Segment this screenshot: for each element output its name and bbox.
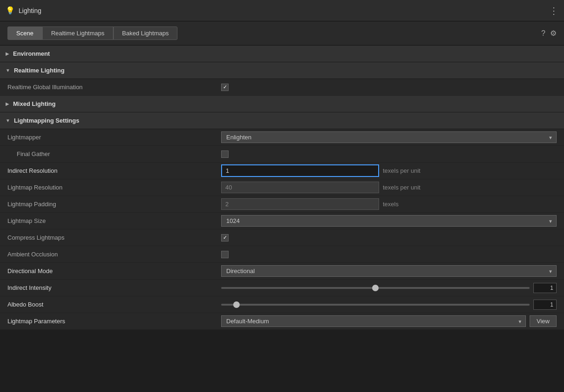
lightmap-size-dropdown[interactable]: 1024 (221, 215, 557, 227)
indirect-resolution-row: Indirect Resolution texels per unit (0, 163, 564, 179)
final-gather-row: Final Gather (0, 146, 564, 163)
indirect-resolution-unit: texels per unit (383, 167, 420, 174)
lightmap-padding-input[interactable] (221, 198, 379, 210)
window-menu-button[interactable]: ⋮ (549, 5, 558, 16)
realtime-global-illumination-row: Realtime Global Illumination (0, 79, 564, 96)
directional-mode-row: Directional Mode Directional (0, 263, 564, 280)
tab-bar: Scene Realtime Lightmaps Baked Lightmaps… (0, 21, 564, 46)
albedo-boost-label: Albedo Boost (7, 301, 221, 308)
lightmap-size-row: Lightmap Size 1024 (0, 213, 564, 229)
view-button[interactable]: View (530, 315, 557, 327)
compress-lightmaps-row: Compress Lightmaps (0, 229, 564, 246)
lightmapper-dropdown-wrapper: Enlighten (221, 131, 557, 143)
albedo-boost-value (221, 300, 557, 310)
albedo-boost-input[interactable] (533, 300, 557, 310)
lightmap-parameters-dropdown[interactable]: Default-Medium (221, 315, 526, 327)
lightmap-resolution-value: texels per unit (221, 182, 557, 193)
ambient-occlusion-row: Ambient Occlusion (0, 246, 564, 263)
lightmapper-label: Lightmapper (7, 134, 221, 141)
lightmap-parameters-row: Lightmap Parameters Default-Medium View (0, 313, 564, 330)
directional-mode-dropdown[interactable]: Directional (221, 265, 557, 277)
lightmap-resolution-input[interactable] (221, 182, 379, 193)
directional-mode-label: Directional Mode (7, 268, 221, 274)
lightmap-padding-label: Lightmap Padding (7, 201, 221, 208)
tabs: Scene Realtime Lightmaps Baked Lightmaps (7, 26, 177, 40)
realtime-global-illumination-value (221, 84, 557, 91)
mixed-lighting-label: Mixed Lighting (13, 100, 56, 107)
mixed-lighting-arrow: ▶ (6, 101, 9, 106)
indirect-intensity-label: Indirect Intensity (7, 284, 221, 291)
lightmap-resolution-label: Lightmap Resolution (7, 184, 221, 191)
realtime-lighting-section-header[interactable]: ▼ Realtime Lighting (0, 62, 564, 79)
title-bar-left: 💡 Lighting (6, 6, 41, 15)
compress-lightmaps-label: Compress Lightmaps (7, 234, 221, 241)
tab-bar-actions: ? ⚙ (541, 29, 557, 38)
compress-lightmaps-checkbox[interactable] (221, 234, 229, 242)
environment-section-header[interactable]: ▶ Environment (0, 46, 564, 62)
environment-label: Environment (13, 50, 50, 57)
tab-baked-lightmaps[interactable]: Baked Lightmaps (113, 26, 177, 40)
realtime-global-illumination-label: Realtime Global Illumination (7, 84, 221, 91)
final-gather-label: Final Gather (7, 150, 221, 157)
lightmap-size-value: 1024 (221, 215, 557, 227)
lightmap-resolution-row: Lightmap Resolution texels per unit (0, 179, 564, 196)
final-gather-value (221, 150, 557, 158)
indirect-resolution-label: Indirect Resolution (7, 167, 221, 174)
directional-mode-value: Directional (221, 265, 557, 277)
indirect-intensity-track[interactable] (221, 287, 530, 289)
realtime-global-illumination-checkbox[interactable] (221, 84, 229, 91)
indirect-intensity-input[interactable] (533, 283, 557, 293)
final-gather-checkbox[interactable] (221, 150, 229, 158)
lightmapping-settings-label: Lightmapping Settings (14, 117, 79, 124)
ambient-occlusion-value (221, 251, 557, 258)
indirect-intensity-value (221, 283, 557, 293)
help-button[interactable]: ? (541, 29, 545, 38)
environment-arrow: ▶ (6, 51, 9, 56)
indirect-intensity-slider-wrapper (221, 283, 557, 293)
albedo-boost-track[interactable] (221, 304, 530, 306)
lightmap-padding-unit: texels (383, 201, 399, 208)
directional-mode-dropdown-wrapper: Directional (221, 265, 557, 277)
lightmap-padding-value: texels (221, 198, 557, 210)
albedo-boost-thumb[interactable] (233, 301, 240, 308)
lightmap-parameters-controls: Default-Medium View (221, 315, 557, 327)
indirect-resolution-input[interactable] (221, 164, 379, 177)
settings-button[interactable]: ⚙ (550, 29, 557, 38)
albedo-boost-slider-wrapper (221, 300, 557, 310)
lightmap-size-label: Lightmap Size (7, 217, 221, 224)
lightmapper-value: Enlighten (221, 131, 557, 143)
ambient-occlusion-label: Ambient Occlusion (7, 251, 221, 258)
main-content: ▶ Environment ▼ Realtime Lighting Realti… (0, 46, 564, 330)
lightmap-parameters-label: Lightmap Parameters (7, 318, 221, 325)
lightmap-padding-row: Lightmap Padding texels (0, 196, 564, 213)
mixed-lighting-section-header[interactable]: ▶ Mixed Lighting (0, 96, 564, 112)
lightmap-parameters-value: Default-Medium View (221, 315, 557, 327)
lightmapper-dropdown[interactable]: Enlighten (221, 131, 557, 143)
albedo-boost-row: Albedo Boost (0, 296, 564, 313)
window-title: Lighting (19, 7, 41, 14)
lightmapping-settings-arrow: ▼ (6, 118, 10, 123)
indirect-intensity-thumb[interactable] (372, 285, 379, 291)
lightmap-parameters-dropdown-wrapper: Default-Medium (221, 315, 526, 327)
ambient-occlusion-checkbox[interactable] (221, 251, 229, 258)
title-bar: 💡 Lighting ⋮ (0, 0, 564, 21)
lightmapping-settings-section-header[interactable]: ▼ Lightmapping Settings (0, 112, 564, 129)
indirect-resolution-value: texels per unit (221, 164, 557, 177)
lightmap-size-dropdown-wrapper: 1024 (221, 215, 557, 227)
tab-scene[interactable]: Scene (7, 26, 42, 40)
lightmap-resolution-unit: texels per unit (383, 184, 420, 191)
realtime-lighting-label: Realtime Lighting (14, 67, 65, 74)
realtime-lighting-arrow: ▼ (6, 68, 10, 73)
compress-lightmaps-value (221, 234, 557, 242)
lighting-icon: 💡 (6, 6, 15, 15)
lightmapper-row: Lightmapper Enlighten (0, 129, 564, 146)
tab-realtime-lightmaps[interactable]: Realtime Lightmaps (42, 26, 113, 40)
indirect-intensity-row: Indirect Intensity (0, 280, 564, 296)
